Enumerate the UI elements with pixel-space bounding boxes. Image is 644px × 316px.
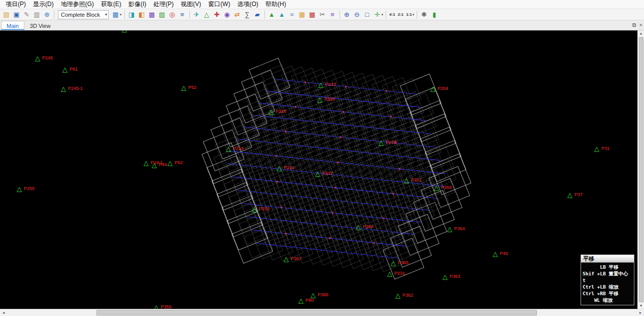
menu-item[interactable]: 选项(O) <box>234 0 262 9</box>
control-point-P369[interactable]: △P369 <box>434 184 441 192</box>
stereo-view-icon[interactable]: ◨ <box>127 10 137 19</box>
report-icon[interactable]: ≡ <box>328 10 337 19</box>
block-grid-icon[interactable]: ▦ <box>111 10 120 19</box>
georeference-icon[interactable]: ⊕ <box>42 10 52 19</box>
scroll-down-icon[interactable]: ▾ <box>640 303 642 309</box>
control-point-P45[interactable]: △P45 <box>493 250 500 258</box>
horizontal-scrollbar[interactable]: ◂ ▸ <box>0 309 644 316</box>
scroll-right-icon[interactable]: ▸ <box>637 309 644 316</box>
control-point-P44[interactable]: △P44 <box>152 162 159 169</box>
scale-1-1-icon[interactable]: 1:1 <box>405 10 413 19</box>
dem-icon[interactable]: ▲ <box>267 10 277 19</box>
control-point-P364[interactable]: △P364 <box>447 226 454 233</box>
gcp-icon[interactable]: △ <box>202 10 212 19</box>
control-point-P213[interactable]: △P213 <box>318 81 325 88</box>
scroll-left-icon[interactable]: ◂ <box>0 309 7 316</box>
dropdown-caret-icon[interactable]: ▾ <box>382 13 384 17</box>
flight-lines-icon[interactable]: ≡ <box>178 10 187 19</box>
control-point-P62[interactable]: △P62 <box>167 160 175 167</box>
menu-item[interactable]: 处理(P) <box>150 0 177 9</box>
image-list-icon[interactable]: ▩ <box>147 10 157 19</box>
control-point-P52[interactable]: △P52 <box>181 84 188 91</box>
import-images-icon[interactable]: ✈ <box>192 10 201 19</box>
control-point-P231[interactable]: △P231 <box>387 270 394 277</box>
footprints-icon[interactable]: ▧ <box>157 10 167 19</box>
camera-icon[interactable]: ◎ <box>167 10 177 19</box>
restore-window-icon[interactable]: ⧉ <box>632 21 636 28</box>
control-point-P19-1[interactable]: △P19-1 <box>144 160 151 167</box>
copy-icon[interactable]: ▥ <box>32 10 42 19</box>
menu-item[interactable]: 帮助(H) <box>262 0 290 9</box>
control-point-P228[interactable]: △P228 <box>268 108 276 115</box>
control-point-P362[interactable]: △P362 <box>395 292 402 299</box>
vertical-scrollbar[interactable]: ▴ ▾ <box>637 30 644 309</box>
tie-points-icon[interactable]: ✚ <box>212 10 222 19</box>
menu-item[interactable]: 视图(V) <box>177 0 205 9</box>
control-point-P211[interactable]: △P211 <box>404 177 411 184</box>
control-point-P249[interactable]: △P249 <box>122 30 129 33</box>
control-point-P31[interactable]: △P31 <box>594 145 601 152</box>
ortho-view-icon[interactable]: ◧ <box>137 10 147 19</box>
tab-main[interactable]: Main <box>1 21 24 30</box>
control-point-P229[interactable]: △P229 <box>317 96 324 103</box>
control-point-P367[interactable]: △P367 <box>284 256 291 263</box>
open-project-icon[interactable]: ▤ <box>2 10 11 19</box>
edit-icon[interactable]: ✎ <box>22 10 31 19</box>
menu-item[interactable]: 窗口(W) <box>205 0 233 9</box>
settings-icon[interactable]: ✱ <box>419 10 429 19</box>
control-point-P363[interactable]: △P363 <box>443 273 450 280</box>
save-project-icon[interactable]: ▣ <box>12 10 21 19</box>
zoom-in-icon[interactable]: ⊕ <box>342 10 352 19</box>
scroll-up-icon[interactable]: ▴ <box>640 30 642 37</box>
dropdown-caret-icon[interactable]: ▾ <box>120 13 122 17</box>
control-point-P214[interactable]: △P214 <box>226 145 233 152</box>
contour-icon[interactable]: ≈ <box>287 10 297 19</box>
gcp-triangle-icon: △ <box>404 177 409 184</box>
zoom-out-icon[interactable]: ⊖ <box>352 10 362 19</box>
control-point-P355[interactable]: △P355 <box>154 304 161 309</box>
control-point-P37[interactable]: △P37 <box>567 192 574 199</box>
scale-2-1-icon[interactable]: 2:1 <box>397 10 405 19</box>
pan-tool-icon[interactable]: ✛ <box>372 10 382 19</box>
measure-icon[interactable]: ◉ <box>222 10 232 19</box>
menu-item[interactable]: 显示(D) <box>29 0 57 9</box>
gcp-label: P219 <box>259 206 269 212</box>
match-icon[interactable]: ⇄ <box>232 10 242 19</box>
horizontal-scroll-thumb[interactable] <box>96 310 537 315</box>
orthomosaic-icon[interactable]: ▦ <box>297 10 307 19</box>
gcp-triangle-icon: △ <box>284 256 289 263</box>
zoom-fit-icon[interactable]: □ <box>362 10 372 19</box>
control-point-P365[interactable]: △P365 <box>391 260 398 267</box>
close-view-icon[interactable]: × <box>639 21 642 28</box>
help-overlay-line: t <box>583 277 632 283</box>
gcp-triangle-icon: △ <box>17 185 22 193</box>
control-point-P204[interactable]: △P204 <box>430 85 437 92</box>
dsm-icon[interactable]: ▲ <box>277 10 287 19</box>
bundle-adjust-icon[interactable]: ∑ <box>243 10 252 19</box>
menu-item[interactable]: 获取(E) <box>97 0 125 9</box>
menu-item[interactable]: 地理参照(G) <box>57 0 97 9</box>
control-point-P61[interactable]: △P61 <box>62 66 70 73</box>
gcp-triangle-icon: △ <box>317 96 322 103</box>
epipolar-icon[interactable]: ▰ <box>253 10 262 19</box>
tab-3d-view[interactable]: 3D View <box>24 21 56 30</box>
control-point-P80[interactable]: △P80 <box>298 297 306 304</box>
scale-4-1-icon[interactable]: 4:1 <box>388 10 396 19</box>
control-point-P217[interactable]: △P217 <box>315 170 322 177</box>
control-point-P245-1[interactable]: △P245-1 <box>61 85 68 92</box>
menu-item[interactable]: 项目(P) <box>2 0 29 9</box>
control-point-P368[interactable]: △P368 <box>356 224 363 231</box>
clip-icon[interactable]: ✂ <box>318 10 327 19</box>
control-point-P234[interactable]: △P234 <box>277 165 284 172</box>
block-selector[interactable]: Complete Block▾ <box>58 10 109 19</box>
statistics-icon[interactable]: ▮ <box>429 10 439 19</box>
control-point-P219[interactable]: △P219 <box>252 206 259 213</box>
menu-item[interactable]: 影像(I) <box>125 0 150 9</box>
vertical-scroll-thumb[interactable] <box>639 37 643 302</box>
control-point-P255[interactable]: △P255 <box>17 185 24 193</box>
control-point-P245[interactable]: △P245 <box>35 55 42 62</box>
map-canvas[interactable]: 平移 LB 平移Shif +LB 重置中心tCtrl +LB 缩放Ctrl +R… <box>0 30 637 309</box>
control-point-P210[interactable]: △P210 <box>379 139 386 146</box>
mosaic-edit-icon[interactable]: ▩ <box>308 10 317 19</box>
dropdown-caret-icon[interactable]: ▾ <box>413 13 415 17</box>
